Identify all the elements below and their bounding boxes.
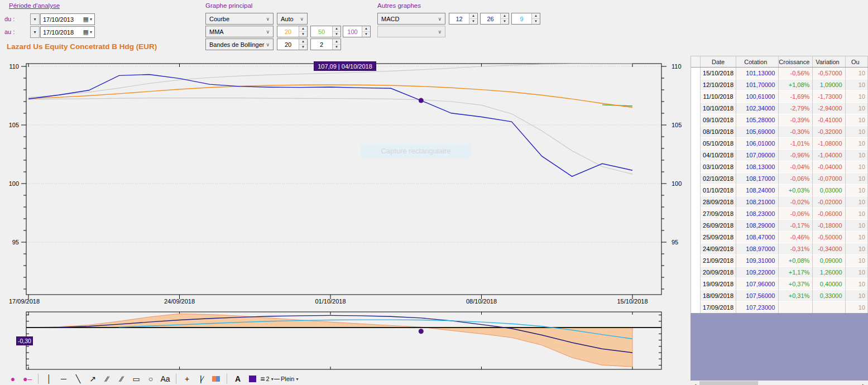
macd-slow-spinner[interactable]: 26 ▲▼ [480, 13, 509, 25]
row-selector[interactable] [691, 161, 701, 173]
indicator2-select[interactable]: ∨ [377, 26, 445, 37]
overlay1-select[interactable]: MMA∨ [205, 26, 274, 37]
period-to-preset-dropdown[interactable]: ▾ [30, 26, 40, 38]
scale-tool[interactable]: |∕ [194, 373, 209, 385]
eraser-tool[interactable] [209, 373, 223, 385]
column-header-Date[interactable]: Date [701, 56, 736, 67]
calendar-icon[interactable]: ▦ [83, 28, 89, 36]
bollinger-period-spinner[interactable]: 20 ▲▼ [277, 38, 308, 50]
point-line-marker-tool[interactable]: ●– [20, 373, 35, 385]
scroll-right-icon[interactable]: ▸ [859, 381, 868, 385]
table-row[interactable]: 15/10/2018101,13000-0,56%-0,5700010 [691, 68, 868, 79]
row-selector[interactable] [691, 220, 701, 232]
row-selector[interactable] [691, 185, 701, 196]
table-row[interactable]: 04/10/2018107,09000-0,96%-1,0400010 [691, 150, 868, 161]
table-row[interactable]: 09/10/2018105,28000-0,39%-0,4100010 [691, 114, 868, 126]
series-cotation[interactable] [28, 75, 632, 177]
column-header-Croissance[interactable]: Croissance [779, 56, 813, 67]
spin-down-icon[interactable]: ▼ [501, 19, 509, 24]
spin-up-icon[interactable]: ▲ [501, 13, 509, 19]
spin-up-icon[interactable]: ▲ [532, 13, 540, 19]
point-marker-tool[interactable]: ● [6, 373, 20, 385]
spin-up-icon[interactable]: ▲ [333, 26, 341, 32]
spin-down-icon[interactable]: ▼ [362, 32, 370, 37]
charts-canvas[interactable]: 110110105105100100959517/09/201824/09/20… [0, 56, 688, 372]
row-selector[interactable] [691, 232, 701, 243]
row-selector[interactable] [691, 290, 701, 302]
table-row[interactable]: 27/09/2018108,23000-0,06%-0,0600010 [691, 208, 868, 220]
table-row[interactable]: 21/09/2018109,31000+0,08%0,0900010 [691, 255, 868, 267]
row-selector[interactable] [691, 103, 701, 114]
macd-histogram-area[interactable] [28, 314, 632, 367]
column-header-Ou[interactable]: Ou [846, 56, 868, 67]
row-selector[interactable] [691, 267, 701, 278]
row-selector[interactable] [691, 173, 701, 185]
scrollbar-thumb[interactable] [699, 381, 758, 385]
series-bollinger_inf[interactable] [28, 98, 632, 175]
macd-signal-spinner[interactable]: 9 ▲▼ [511, 13, 540, 25]
calendar-icon[interactable]: ▦ [83, 16, 89, 23]
period-to-date-field[interactable]: 17/10/2018 ▦ ▾ [40, 26, 95, 38]
table-row[interactable]: 24/09/2018108,97000-0,31%-0,3400010 [691, 243, 868, 255]
spin-down-icon[interactable]: ▼ [299, 32, 307, 37]
spin-down-icon[interactable]: ▼ [299, 45, 307, 50]
row-selector[interactable] [691, 68, 701, 79]
column-header-selector[interactable] [691, 56, 701, 67]
table-row[interactable]: 26/09/2018108,29000-0,17%-0,1800010 [691, 220, 868, 232]
spin-down-icon[interactable]: ▼ [532, 19, 540, 24]
table-row[interactable]: 03/10/2018108,13000-0,04%-0,0400010 [691, 161, 868, 173]
macd-fast-spinner[interactable]: 12 ▲▼ [449, 13, 478, 25]
line-style-select[interactable]: ─Plein▾ [274, 373, 298, 385]
row-selector[interactable] [691, 91, 701, 103]
table-row[interactable]: 10/10/2018102,34000-2,79%-2,9400010 [691, 103, 868, 114]
text-tool[interactable]: Aa [158, 373, 172, 385]
table-row[interactable]: 05/10/2018106,01000-1,01%-1,0800010 [691, 138, 868, 150]
table-row[interactable]: 01/10/2018108,24000+0,03%0,0300010 [691, 185, 868, 196]
chevron-down-icon[interactable]: ▾ [90, 17, 92, 22]
row-selector[interactable] [691, 138, 701, 150]
row-selector[interactable] [691, 243, 701, 255]
spin-up-icon[interactable]: ▲ [333, 39, 341, 45]
table-row[interactable]: 28/09/2018108,21000-0,02%-0,0200010 [691, 196, 868, 208]
mma-period-2-spinner[interactable]: 50 ▲▼ [310, 26, 341, 37]
table-row[interactable]: 12/10/2018101,70000+1,08%1,0900010 [691, 79, 868, 91]
vertical-line-tool[interactable]: │ [42, 373, 56, 385]
table-row[interactable]: 02/10/2018108,17000-0,06%-0,0700010 [691, 173, 868, 185]
row-selector[interactable] [691, 79, 701, 91]
spin-down-icon[interactable]: ▼ [333, 45, 341, 50]
scale-mode-select[interactable]: Auto∨ [277, 13, 308, 25]
table-row[interactable]: 20/09/2018109,22000+1,17%1,2600010 [691, 267, 868, 278]
row-selector[interactable] [691, 114, 701, 126]
font-button[interactable]: A [231, 373, 245, 385]
spin-up-icon[interactable]: ▲ [362, 26, 370, 32]
row-selector[interactable] [691, 150, 701, 161]
period-from-date-field[interactable]: 17/10/2013 ▦ ▾ [40, 13, 95, 25]
rectangle-tool[interactable]: ▭ [129, 373, 143, 385]
table-row[interactable]: 17/09/2018107,2300010 [691, 302, 868, 313]
table-row[interactable]: 11/10/2018100,61000-1,69%-1,7300010 [691, 91, 868, 103]
move-tool[interactable]: + [180, 373, 194, 385]
table-row[interactable]: 19/09/2018107,96000+0,37%0,4000010 [691, 278, 868, 290]
trend-arrow-tool[interactable]: ↗ [85, 373, 100, 385]
table-row[interactable]: 08/10/2018105,69000-0,30%-0,3200010 [691, 126, 868, 138]
spin-up-icon[interactable]: ▲ [299, 26, 307, 32]
line-width-select[interactable]: ≡2▾ [260, 373, 274, 385]
table-row[interactable]: 18/09/2018107,56000+0,31%0,3300010 [691, 290, 868, 302]
row-selector[interactable] [691, 278, 701, 290]
period-from-preset-dropdown[interactable]: ▾ [30, 13, 40, 25]
table-horizontal-scrollbar[interactable]: ◂ ▸ [690, 381, 868, 385]
selected-point-marker[interactable] [419, 98, 424, 103]
color-swatch[interactable] [245, 373, 260, 385]
chevron-down-icon[interactable]: ▾ [90, 30, 92, 35]
ellipse-tool[interactable]: ○ [143, 373, 158, 385]
row-selector[interactable] [691, 126, 701, 138]
macd-selected-point-marker[interactable] [419, 329, 424, 334]
row-selector[interactable] [691, 255, 701, 267]
column-header-Variation[interactable]: Variation [813, 56, 845, 67]
scroll-left-icon[interactable]: ◂ [690, 381, 699, 385]
oblique-line-tool[interactable]: ╲ [71, 373, 85, 385]
scrollbar-track[interactable] [699, 381, 859, 385]
parallel-lines-tool[interactable]: ∕∕ [100, 373, 114, 385]
mma-period-3-spinner[interactable]: 100 ▲▼ [343, 26, 371, 37]
spin-down-icon[interactable]: ▼ [469, 19, 477, 24]
